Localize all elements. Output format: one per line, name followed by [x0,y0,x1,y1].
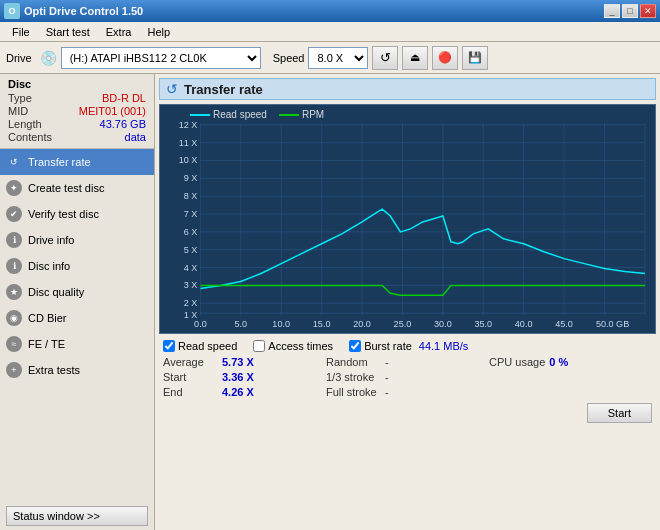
drive-info-icon: ℹ [6,232,22,248]
sidebar-item-fe-te[interactable]: ≈ FE / TE [0,331,154,357]
burst-rate-checkbox-label: Burst rate [364,340,412,352]
create-test-disc-label: Create test disc [28,182,104,194]
svg-text:7 X: 7 X [184,209,198,219]
drive-icon: 💿 [40,50,57,66]
svg-text:35.0: 35.0 [474,319,492,329]
disc-length-val: 43.76 GB [100,118,146,130]
transfer-rate-icon: ↺ [6,154,22,170]
chart-svg: 12 X 11 X 10 X 9 X 8 X 7 X 6 X 5 X 4 X 3… [160,105,655,333]
stats-empty-2 [489,386,652,398]
status-window-button[interactable]: Status window >> [6,506,148,526]
speed-label: Speed [273,52,305,64]
extra-tests-label: Extra tests [28,364,80,376]
create-test-disc-icon: ✦ [6,180,22,196]
verify-test-disc-label: Verify test disc [28,208,99,220]
transfer-rate-label: Transfer rate [28,156,91,168]
disc-mid-row: MID MEIT01 (001) [8,105,146,117]
sidebar-item-extra-tests[interactable]: + Extra tests [0,357,154,383]
sidebar-item-cd-bier[interactable]: ◉ CD Bier [0,305,154,331]
stats-random: Random - [326,356,489,368]
average-val: 5.73 X [222,356,254,368]
stats-row-3: End 4.26 X Full stroke - [163,386,652,398]
burst-rate-value: 44.1 MB/s [419,340,469,352]
svg-text:45.0: 45.0 [555,319,573,329]
drive-select[interactable]: (H:) ATAPI iHBS112 2 CL0K [61,47,261,69]
svg-text:5 X: 5 X [184,245,198,255]
drive-info-label: Drive info [28,234,74,246]
save-button[interactable]: 💾 [462,46,488,70]
stats-start: Start 3.36 X [163,371,326,383]
close-button[interactable]: ✕ [640,4,656,18]
drive-label: Drive [6,52,32,64]
legend-rpm-dot [279,114,299,116]
svg-text:0.0: 0.0 [194,319,207,329]
verify-test-disc-icon: ✔ [6,206,22,222]
read-speed-checkbox-label: Read speed [178,340,237,352]
stroke-1-val: - [385,371,389,383]
disc-mid-key: MID [8,105,28,117]
stats-full-stroke: Full stroke - [326,386,489,398]
svg-text:10.0: 10.0 [272,319,290,329]
burn-button[interactable]: 🔴 [432,46,458,70]
panel-icon: ↺ [166,81,178,97]
sidebar-item-drive-info[interactable]: ℹ Drive info [0,227,154,253]
disc-info-icon: ℹ [6,258,22,274]
svg-text:4 X: 4 X [184,263,198,273]
toolbar: Drive 💿 (H:) ATAPI iHBS112 2 CL0K Speed … [0,42,660,74]
start-val: 3.36 X [222,371,254,383]
stats-row-1: Average 5.73 X Random - CPU usage 0 % [163,356,652,368]
access-times-checkbox[interactable] [253,340,265,352]
sidebar-item-disc-info[interactable]: ℹ Disc info [0,253,154,279]
svg-text:3 X: 3 X [184,280,198,290]
sidebar-item-transfer-rate[interactable]: ↺ Transfer rate [0,149,154,175]
extra-tests-icon: + [6,362,22,378]
cd-bier-icon: ◉ [6,310,22,326]
read-speed-checkbox[interactable] [163,340,175,352]
read-speed-checkbox-item: Read speed [163,340,237,352]
app-title: Opti Drive Control 1.50 [24,5,143,17]
maximize-button[interactable]: □ [622,4,638,18]
svg-text:20.0: 20.0 [353,319,371,329]
disc-mid-val: MEIT01 (001) [79,105,146,117]
disc-type-row: Type BD-R DL [8,92,146,104]
burst-rate-checkbox[interactable] [349,340,361,352]
disc-length-key: Length [8,118,42,130]
minimize-button[interactable]: _ [604,4,620,18]
speed-select[interactable]: 8.0 X [308,47,368,69]
svg-text:11 X: 11 X [179,138,198,148]
menu-start-test[interactable]: Start test [38,24,98,40]
menu-help[interactable]: Help [139,24,178,40]
access-times-checkbox-item: Access times [253,340,333,352]
stats-cpu-usage: CPU usage 0 % [489,356,652,368]
transfer-rate-panel: ↺ Transfer rate Read speed RPM [155,74,660,530]
start-button[interactable]: Start [587,403,652,423]
full-stroke-label: Full stroke [326,386,381,398]
svg-text:25.0: 25.0 [394,319,412,329]
disc-quality-label: Disc quality [28,286,84,298]
start-button-row: Start [159,403,656,425]
chart-container: Read speed RPM [159,104,656,334]
full-stroke-val: - [385,386,389,398]
legend-rpm: RPM [279,109,324,120]
menu-file[interactable]: File [4,24,38,40]
refresh-button[interactable]: ↺ [372,46,398,70]
legend-read-speed: Read speed [190,109,267,120]
content-area: ↺ Transfer rate Read speed RPM [155,74,660,530]
eject-button[interactable]: ⏏ [402,46,428,70]
cpu-usage-label: CPU usage [489,356,545,368]
disc-contents-val: data [125,131,146,143]
sidebar-item-create-test-disc[interactable]: ✦ Create test disc [0,175,154,201]
svg-text:8 X: 8 X [184,191,198,201]
sidebar-item-disc-quality[interactable]: ★ Disc quality [0,279,154,305]
disc-contents-key: Contents [8,131,52,143]
svg-text:40.0: 40.0 [515,319,533,329]
disc-type-key: Type [8,92,32,104]
menu-extra[interactable]: Extra [98,24,140,40]
random-val: - [385,356,389,368]
stats-empty [489,371,652,383]
sidebar-item-verify-test-disc[interactable]: ✔ Verify test disc [0,201,154,227]
disc-type-val: BD-R DL [102,92,146,104]
legend-read-speed-dot [190,114,210,116]
cpu-usage-val: 0 % [549,356,568,368]
sidebar-nav: ↺ Transfer rate ✦ Create test disc ✔ Ver… [0,149,154,502]
